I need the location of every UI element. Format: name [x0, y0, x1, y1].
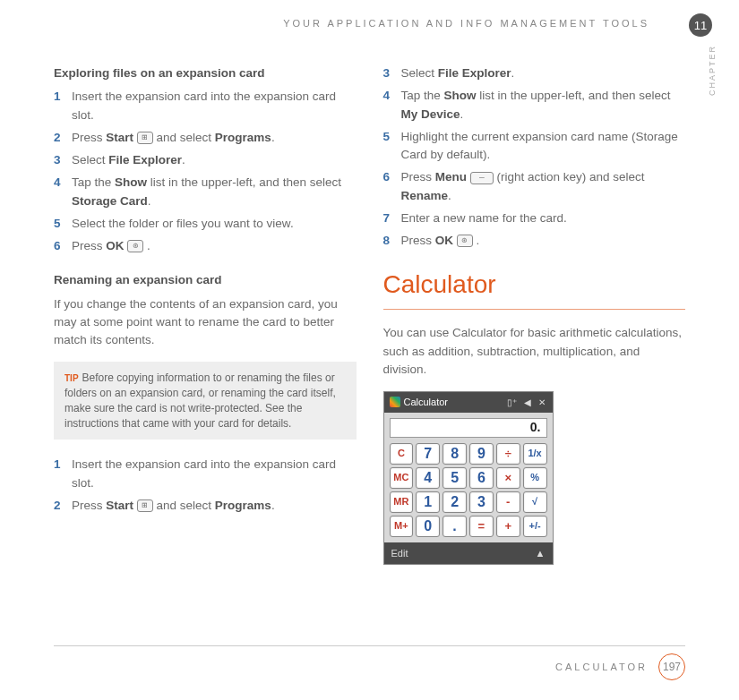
calculator-screenshot: Calculator ▯⁺◀✕ 0. C789÷1/xMC456×%MR123-…	[383, 391, 554, 565]
calc-softkey-bar: Edit ▲	[384, 542, 553, 565]
softkey-edit[interactable]: Edit	[391, 546, 408, 561]
content-columns: Exploring files on an expansion card 1In…	[54, 64, 685, 565]
close-icon[interactable]: ✕	[537, 396, 547, 409]
calc-key-[interactable]: +/-	[523, 516, 547, 537]
step-text: Select the folder or files you want to v…	[72, 215, 357, 233]
steps-renaming-cont: 3Select File Explorer. 4Tap the Show lis…	[383, 64, 686, 250]
step-text: Press Menu (right action key) and select…	[401, 168, 686, 205]
step-text: Tap the Show list in the upper-left, and…	[72, 174, 357, 210]
calc-display: 0.	[390, 418, 547, 438]
calc-key-3[interactable]: 3	[469, 491, 494, 513]
calc-key-[interactable]: √	[523, 491, 547, 513]
calc-key-[interactable]: %	[523, 467, 547, 489]
windows-flag-icon	[390, 397, 400, 407]
left-column: Exploring files on an expansion card 1In…	[54, 64, 357, 565]
calc-key-8[interactable]: 8	[443, 443, 467, 465]
ok-icon: ⊛	[127, 240, 143, 252]
calc-key-mc[interactable]: MC	[390, 467, 414, 489]
tip-box: TIPBefore copying information to or rena…	[54, 362, 357, 440]
calc-key-0[interactable]: 0	[416, 516, 440, 537]
chapter-number-badge: 11	[689, 13, 712, 37]
calc-titlebar: Calculator ▯⁺◀✕	[384, 392, 553, 413]
calc-key-7[interactable]: 7	[416, 443, 440, 465]
calc-key-[interactable]: .	[443, 516, 467, 537]
footer-section: CALCULATOR	[555, 662, 648, 672]
page-number: 197	[658, 653, 685, 680]
section-exploring-title: Exploring files on an expansion card	[54, 64, 357, 82]
calc-key-2[interactable]: 2	[443, 491, 467, 513]
tip-label: TIP	[64, 373, 79, 383]
steps-renaming-start: 1Insert the expansion card into the expa…	[54, 456, 357, 515]
titlebar-status-icons: ▯⁺◀✕	[505, 396, 547, 409]
calc-key-6[interactable]: 6	[469, 467, 494, 489]
calc-key-[interactable]: ÷	[496, 443, 520, 465]
calc-window-title: Calculator	[404, 395, 449, 410]
calc-key-1x[interactable]: 1/x	[523, 443, 547, 465]
calculator-intro: You can use Calculator for basic arithme…	[383, 324, 686, 379]
tip-text: Before copying information to or renamin…	[64, 371, 336, 429]
header-title: YOUR APPLICATION AND INFO MANAGEMENT TOO…	[283, 18, 649, 29]
calculator-heading: Calculator	[383, 266, 686, 303]
start-icon: ⊞	[137, 132, 153, 144]
step-text: Insert the expansion card into the expan…	[72, 456, 357, 492]
calc-key-[interactable]: ×	[496, 467, 520, 489]
step-text: Press OK ⊛ .	[401, 232, 686, 250]
step-text: Enter a new name for the card.	[401, 209, 686, 227]
steps-exploring: 1Insert the expansion card into the expa…	[54, 88, 357, 255]
calc-key-[interactable]: =	[469, 516, 494, 537]
volume-icon: ◀	[522, 396, 533, 409]
calc-key-1[interactable]: 1	[416, 491, 440, 513]
calc-key-mr[interactable]: MR	[390, 491, 414, 513]
softkey-menu-icon[interactable]: ▲	[536, 546, 546, 561]
chapter-label: CHAPTER	[708, 45, 717, 96]
calc-key-5[interactable]: 5	[443, 467, 467, 489]
step-text: Press Start ⊞ and select Programs.	[72, 497, 357, 515]
calculator-rule	[383, 309, 686, 310]
page-footer: CALCULATOR 197	[54, 645, 685, 680]
step-text: Press Start ⊞ and select Programs.	[72, 129, 357, 147]
right-column: 3Select File Explorer. 4Tap the Show lis…	[383, 64, 686, 565]
step-text: Select File Explorer.	[401, 64, 686, 82]
signal-icon: ▯⁺	[505, 396, 519, 409]
calc-keypad: C789÷1/xMC456×%MR123-√M+0.=++/-	[384, 443, 553, 542]
renaming-intro: If you change the contents of an expansi…	[54, 295, 357, 350]
section-renaming-title: Renaming an expansion card	[54, 271, 357, 289]
step-text: Select File Explorer.	[72, 151, 357, 169]
calc-key-c[interactable]: C	[390, 443, 414, 465]
calc-key-4[interactable]: 4	[416, 467, 440, 489]
calc-key-m[interactable]: M+	[390, 516, 414, 537]
step-text: Highlight the current expansion card nam…	[401, 128, 686, 165]
ok-icon: ⊛	[457, 235, 473, 247]
calc-key-[interactable]: +	[496, 516, 520, 537]
page-header: YOUR APPLICATION AND INFO MANAGEMENT TOO…	[54, 18, 685, 29]
step-text: Press OK ⊛ .	[72, 237, 357, 255]
start-icon: ⊞	[137, 499, 153, 512]
calc-key-9[interactable]: 9	[469, 443, 494, 465]
calc-key-[interactable]: -	[496, 491, 520, 513]
step-text: Tap the Show list in the upper-left, and…	[401, 87, 686, 124]
step-text: Insert the expansion card into the expan…	[72, 88, 357, 124]
menu-key-icon	[470, 172, 494, 184]
